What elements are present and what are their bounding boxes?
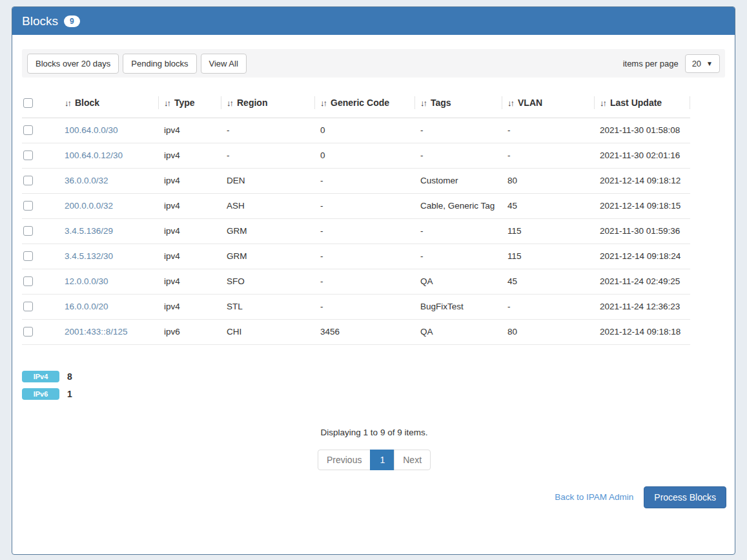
pagination-previous-button[interactable]: Previous <box>318 450 371 470</box>
block-link[interactable]: 100.64.0.0/30 <box>65 125 118 135</box>
column-header-vlan[interactable]: ↓↑VLAN <box>502 88 595 118</box>
region-cell: SFO <box>221 269 315 294</box>
type-cell: ipv4 <box>159 218 221 244</box>
last-update-cell: 2021-11-30 01:59:36 <box>595 218 690 244</box>
vlan-cell: - <box>502 294 595 319</box>
sort-icon: ↓↑ <box>507 98 513 108</box>
tags-cell: - <box>415 244 502 269</box>
block-link[interactable]: 100.64.0.12/30 <box>65 150 123 160</box>
sort-icon: ↓↑ <box>164 98 170 108</box>
block-link[interactable]: 3.4.5.136/29 <box>65 226 113 236</box>
block-link[interactable]: 12.0.0.0/30 <box>65 276 108 286</box>
items-per-page-select[interactable]: 20 ▼ <box>685 54 720 73</box>
type-cell: ipv6 <box>159 319 221 344</box>
type-cell: ipv4 <box>159 143 221 168</box>
filter-pending-blocks-button[interactable]: Pending blocks <box>123 54 196 74</box>
ipv4-summary-line: IPv4 8 <box>22 371 725 382</box>
region-cell: DEN <box>221 168 315 193</box>
vlan-cell: 115 <box>502 218 595 244</box>
row-checkbox[interactable] <box>23 201 33 211</box>
footer-actions: Back to IPAM Admin Process Blocks <box>22 486 726 508</box>
sort-icon: ↓↑ <box>600 98 606 108</box>
region-cell: CHI <box>221 319 315 344</box>
block-link[interactable]: 16.0.0.0/20 <box>65 302 108 311</box>
back-to-ipam-admin-link[interactable]: Back to IPAM Admin <box>555 492 633 502</box>
type-cell: ipv4 <box>159 168 221 193</box>
vlan-cell: 45 <box>502 269 595 294</box>
pagination-next-button[interactable]: Next <box>394 450 431 470</box>
type-cell: ipv4 <box>159 244 221 269</box>
panel-body: Blocks over 20 days Pending blocks View … <box>12 35 735 508</box>
table-row: 36.0.0.0/32 ipv4 DEN - Customer 80 2021-… <box>22 168 690 193</box>
generic-code-cell: 3456 <box>315 319 415 344</box>
column-header-region[interactable]: ↓↑Region <box>221 88 315 118</box>
region-cell: ASH <box>221 193 315 218</box>
block-link[interactable]: 36.0.0.0/32 <box>65 176 108 185</box>
region-cell: STL <box>221 294 315 319</box>
filter-view-all-button[interactable]: View All <box>201 54 247 74</box>
generic-code-cell: - <box>315 218 415 244</box>
row-checkbox[interactable] <box>23 125 33 135</box>
last-update-cell: 2021-12-14 09:18:15 <box>595 193 690 218</box>
region-cell: - <box>221 143 315 168</box>
page-title: Blocks <box>22 14 58 28</box>
type-cell: ipv4 <box>159 118 221 143</box>
row-checkbox[interactable] <box>23 226 33 236</box>
type-cell: ipv4 <box>159 294 221 319</box>
column-header-last-update[interactable]: ↓↑Last Update <box>595 88 690 118</box>
table-row: 200.0.0.0/32 ipv4 ASH - Cable, Generic T… <box>22 193 690 218</box>
block-link[interactable]: 200.0.0.0/32 <box>65 201 113 211</box>
sort-icon: ↓↑ <box>227 98 232 108</box>
column-header-block[interactable]: ↓↑Block <box>59 88 159 118</box>
ipv6-count: 1 <box>67 389 72 399</box>
generic-code-cell: 0 <box>315 118 415 143</box>
last-update-cell: 2021-11-30 01:58:08 <box>595 118 690 143</box>
last-update-cell: 2021-11-24 02:49:25 <box>595 269 690 294</box>
vlan-cell: - <box>502 143 595 168</box>
table-row: 100.64.0.0/30 ipv4 - 0 - - 2021-11-30 01… <box>22 118 690 143</box>
sort-icon: ↓↑ <box>320 98 326 108</box>
row-checkbox[interactable] <box>23 327 33 337</box>
table-row: 3.4.5.132/30 ipv4 GRM - - 115 2021-12-14… <box>22 244 690 269</box>
panel-header: Blocks 9 <box>12 7 735 35</box>
column-header-type[interactable]: ↓↑Type <box>159 88 221 118</box>
block-link[interactable]: 2001:433::8/125 <box>65 327 128 337</box>
row-checkbox[interactable] <box>23 276 33 286</box>
row-checkbox[interactable] <box>23 176 33 185</box>
tags-cell: - <box>415 118 502 143</box>
ipv6-badge: IPv6 <box>22 388 59 400</box>
blocks-table: ↓↑Block ↓↑Type ↓↑Region ↓↑Generic Code ↓… <box>22 88 690 345</box>
column-header-tags[interactable]: ↓↑Tags <box>415 88 502 118</box>
pagination-wrap: Previous 1 Next <box>22 450 726 470</box>
type-cell: ipv4 <box>159 193 221 218</box>
table-row: 2001:433::8/125 ipv6 CHI 3456 QA 80 2021… <box>22 319 690 344</box>
tags-cell: - <box>415 143 502 168</box>
type-cell: ipv4 <box>159 269 221 294</box>
region-cell: GRM <box>221 244 315 269</box>
generic-code-cell: - <box>315 193 415 218</box>
column-header-generic-code[interactable]: ↓↑Generic Code <box>315 88 415 118</box>
ipv6-summary-line: IPv6 1 <box>22 388 725 400</box>
vlan-cell: - <box>502 118 595 143</box>
tags-cell: Customer <box>415 168 502 193</box>
select-all-checkbox[interactable] <box>23 98 33 108</box>
ipv4-badge: IPv4 <box>22 371 59 382</box>
filter-blocks-over-20-days-button[interactable]: Blocks over 20 days <box>27 54 119 74</box>
select-all-header-cell <box>22 88 59 118</box>
row-checkbox[interactable] <box>23 302 33 311</box>
process-blocks-button[interactable]: Process Blocks <box>644 486 726 508</box>
pagination-page-1-button[interactable]: 1 <box>370 450 394 470</box>
ipv4-count: 8 <box>67 371 72 382</box>
generic-code-cell: 0 <box>315 143 415 168</box>
row-checkbox[interactable] <box>23 150 33 160</box>
last-update-cell: 2021-11-30 02:01:16 <box>595 143 690 168</box>
block-link[interactable]: 3.4.5.132/30 <box>65 251 113 261</box>
toolbar: Blocks over 20 days Pending blocks View … <box>22 49 725 78</box>
last-update-cell: 2021-11-24 12:36:23 <box>595 294 690 319</box>
blocks-panel: Blocks 9 Blocks over 20 days Pending blo… <box>12 6 735 555</box>
region-cell: GRM <box>221 218 315 244</box>
blocks-count-badge: 9 <box>64 16 80 27</box>
generic-code-cell: - <box>315 294 415 319</box>
row-checkbox[interactable] <box>23 251 33 261</box>
caret-down-icon: ▼ <box>706 60 713 67</box>
